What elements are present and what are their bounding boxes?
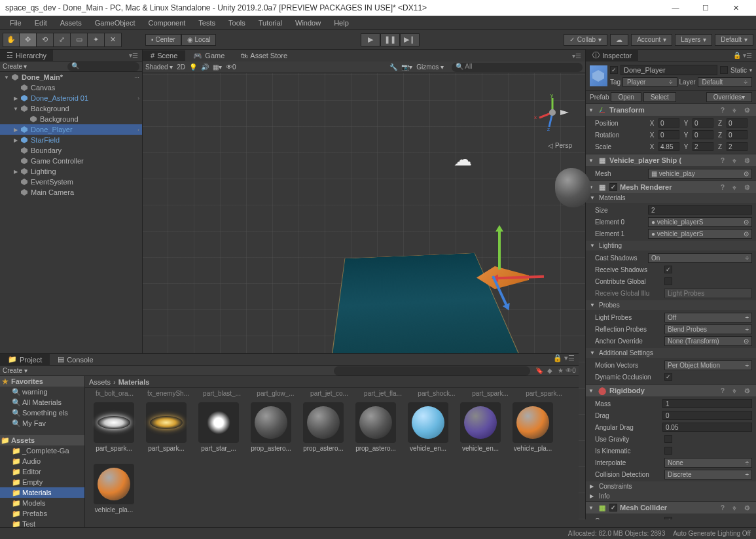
is-kinematic[interactable] bbox=[664, 447, 672, 455]
step-button[interactable]: ▶❙ bbox=[400, 33, 420, 46]
menu-tutorial[interactable]: Tutorial bbox=[252, 18, 289, 28]
status-lighting[interactable]: Auto Generate Lighting Off bbox=[673, 530, 751, 537]
hand-tool[interactable]: ✋ bbox=[3, 33, 20, 47]
preset-icon[interactable]: ⎀ bbox=[732, 107, 742, 114]
folder-item[interactable]: 📁Models bbox=[0, 498, 84, 508]
folder-item[interactable]: 📁Materials bbox=[0, 487, 84, 498]
gear-icon[interactable]: ⚙ bbox=[744, 107, 753, 114]
cast-shadows[interactable]: On÷ bbox=[648, 253, 752, 263]
prefab-select[interactable]: Select bbox=[643, 92, 676, 102]
angular-drag[interactable] bbox=[662, 423, 752, 432]
static-checkbox[interactable] bbox=[720, 66, 728, 74]
meshcollider-enabled[interactable]: ✓ bbox=[609, 504, 617, 512]
custom-tool[interactable]: ✕ bbox=[105, 33, 122, 47]
project-tab[interactable]: 📁Project bbox=[0, 354, 50, 365]
maximize-button[interactable]: ☐ bbox=[691, 0, 721, 16]
shading-dropdown[interactable]: Shaded ▾ bbox=[145, 63, 173, 71]
scene-tab[interactable]: #Scene bbox=[143, 50, 185, 61]
wrench-icon[interactable]: 🔧 bbox=[389, 63, 397, 71]
mesh-field[interactable]: ▦ vehicle_play⊙ bbox=[648, 169, 752, 179]
folder-item[interactable]: 📁Empty bbox=[0, 477, 84, 487]
material-item[interactable]: prop_astero... bbox=[351, 402, 401, 461]
scene-search[interactable]: 🔍 All bbox=[452, 63, 583, 72]
material-item[interactable]: prop_astero... bbox=[298, 402, 348, 461]
prefab-overrides[interactable]: Overrides ▾ bbox=[706, 92, 752, 102]
favorite-item[interactable]: 🔍All Materials bbox=[0, 397, 84, 408]
close-button[interactable]: ✕ bbox=[721, 0, 751, 16]
mat-size[interactable] bbox=[648, 205, 752, 215]
menu-gameobject[interactable]: GameObject bbox=[88, 18, 142, 28]
favorite-item[interactable]: 🔍My Fav bbox=[0, 418, 84, 428]
pivot-local[interactable]: ◉Local bbox=[181, 34, 217, 46]
active-checkbox[interactable]: ✓ bbox=[610, 66, 618, 74]
mat-element1[interactable]: ● vehicle_playerS⊙ bbox=[648, 229, 752, 239]
hierarchy-item[interactable]: EventSystem bbox=[0, 177, 142, 187]
rotate-tool[interactable]: ⟲ bbox=[37, 33, 54, 47]
menu-window[interactable]: Window bbox=[289, 18, 327, 28]
pos-y[interactable] bbox=[693, 118, 713, 128]
filter-asset-icon[interactable]: 🔖 bbox=[534, 367, 545, 374]
motion-vectors[interactable]: Per Object Motion÷ bbox=[664, 360, 752, 370]
use-gravity[interactable] bbox=[664, 435, 672, 443]
hierarchy-item[interactable]: Main Camera bbox=[0, 187, 142, 198]
material-item[interactable]: part_spark... bbox=[141, 402, 191, 461]
breadcrumb[interactable]: Assets›Materials bbox=[85, 376, 579, 388]
folder-item[interactable]: 📁Prefabs bbox=[0, 508, 84, 519]
hierarchy-item[interactable]: ▶Done_Player› bbox=[0, 124, 142, 135]
gizmo-y-axis[interactable] bbox=[498, 230, 501, 270]
account-dropdown[interactable]: Account▾ bbox=[631, 34, 672, 46]
interpolate[interactable]: None÷ bbox=[664, 458, 752, 468]
project-create[interactable]: Create ▾ bbox=[3, 367, 27, 374]
mat-element0[interactable]: ● vehicle_playerS⊙ bbox=[648, 217, 752, 227]
inspector-menu[interactable]: 🔒 ▾☰ bbox=[729, 52, 756, 59]
game-tab[interactable]: 🎮Game bbox=[185, 50, 232, 61]
pause-button[interactable]: ❚❚ bbox=[380, 33, 400, 46]
audio-toggle-icon[interactable]: 🔊 bbox=[201, 63, 209, 71]
menu-help[interactable]: Help bbox=[327, 18, 355, 28]
material-item[interactable]: vehicle_pla... bbox=[89, 464, 139, 523]
vis-icon[interactable]: 👁0 bbox=[226, 63, 236, 71]
scale-y[interactable] bbox=[693, 142, 713, 151]
mass[interactable] bbox=[662, 399, 752, 408]
layers-dropdown[interactable]: Layers▾ bbox=[675, 34, 712, 46]
scene-tabs-menu[interactable]: ▾☰ bbox=[568, 52, 585, 60]
prefab-open[interactable]: Open bbox=[611, 92, 641, 102]
meshrenderer-enabled[interactable]: ✓ bbox=[609, 183, 617, 191]
inspector-tab[interactable]: ⓘInspector bbox=[586, 49, 638, 61]
hierarchy-search[interactable]: 🔍 bbox=[67, 62, 139, 71]
filter-type-icon[interactable]: ◆ bbox=[545, 367, 555, 374]
folder-item[interactable]: 📁_Complete-Ga bbox=[0, 445, 84, 456]
material-item[interactable]: vehicle_en... bbox=[403, 402, 453, 461]
hierarchy-tab[interactable]: ☲Hierarchy bbox=[0, 50, 53, 61]
scale-x[interactable] bbox=[658, 142, 679, 151]
convex[interactable]: ✓ bbox=[664, 517, 672, 519]
scale-z[interactable] bbox=[727, 142, 747, 151]
hierarchy-item[interactable]: ▶Done_Asteroid 01› bbox=[0, 93, 142, 103]
meshcollider-header[interactable]: ▼▦✓ Mesh Collider ?⎀⚙ bbox=[586, 502, 756, 513]
favorites-header[interactable]: ★Favorites bbox=[0, 376, 84, 387]
meshrenderer-header[interactable]: ▼▦✓ Mesh Renderer ?⎀⚙ bbox=[586, 181, 756, 193]
pos-x[interactable] bbox=[658, 118, 679, 128]
project-search[interactable] bbox=[334, 366, 530, 375]
receive-shadows[interactable]: ✓ bbox=[664, 266, 672, 273]
menu-tests[interactable]: Tests bbox=[192, 18, 222, 28]
folder-item[interactable]: 📁Audio bbox=[0, 456, 84, 466]
camera-icon[interactable]: 📷▾ bbox=[401, 63, 412, 71]
fx-toggle-icon[interactable]: ▦▾ bbox=[213, 63, 222, 71]
menu-component[interactable]: Component bbox=[141, 18, 192, 28]
light-probes[interactable]: Off÷ bbox=[664, 313, 752, 322]
filter-star-icon[interactable]: ★ bbox=[555, 367, 566, 374]
gizmos-dropdown[interactable]: Gizmos ▾ bbox=[416, 63, 444, 71]
scale-tool[interactable]: ⤢ bbox=[54, 33, 71, 47]
layout-dropdown[interactable]: Default▾ bbox=[715, 34, 753, 46]
hierarchy-item[interactable]: ▼Background bbox=[0, 103, 142, 114]
menu-tools[interactable]: Tools bbox=[222, 18, 252, 28]
rot-z[interactable] bbox=[727, 130, 747, 139]
hierarchy-item[interactable]: Boundary bbox=[0, 145, 142, 156]
minimize-button[interactable]: — bbox=[660, 0, 691, 16]
meshfilter-header[interactable]: ▼▦ Vehicle_player Ship ( ?⎀⚙ bbox=[586, 154, 756, 166]
asset-store-tab[interactable]: 🛍Asset Store bbox=[232, 50, 295, 61]
layer-dropdown[interactable]: Default÷ bbox=[698, 77, 752, 87]
tag-dropdown[interactable]: Player÷ bbox=[622, 77, 677, 87]
cloud-button[interactable]: ☁ bbox=[610, 34, 628, 46]
